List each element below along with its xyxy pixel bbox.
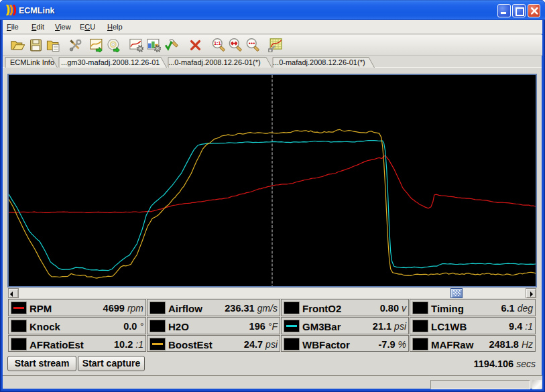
svg-text:1:1: 1:1 [214, 41, 221, 47]
